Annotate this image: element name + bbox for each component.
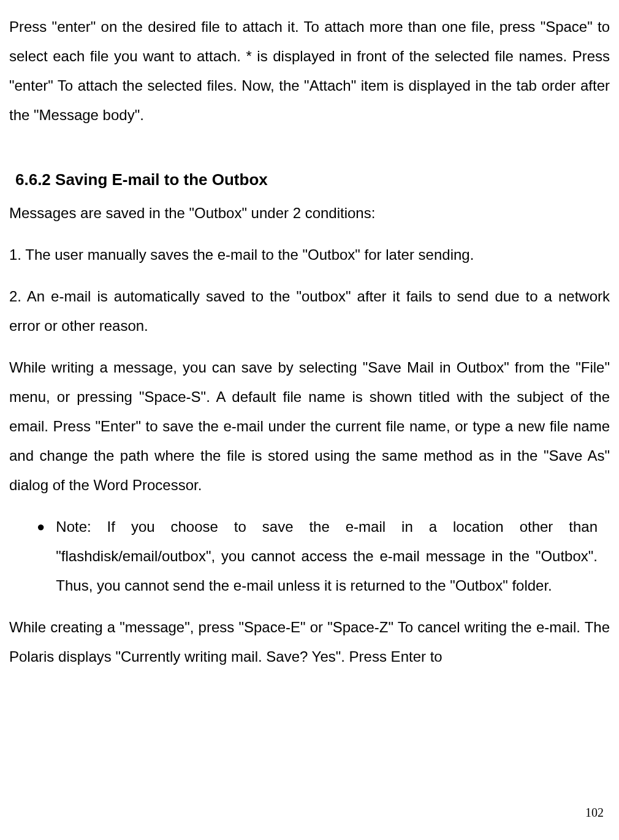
section-heading: 6.6.2 Saving E-mail to the Outbox	[9, 164, 610, 195]
section-body-2: While creating a "message", press "Space…	[9, 613, 610, 672]
document-page: Press "enter" on the desired file to att…	[0, 0, 619, 840]
condition-item-2: 2. An e-mail is automatically saved to t…	[9, 282, 610, 341]
bullet-icon: ●	[37, 512, 45, 540]
condition-item-1: 1. The user manually saves the e-mail to…	[9, 240, 610, 270]
section-lead: Messages are saved in the "Outbox" under…	[9, 199, 610, 228]
note-text: Note: If you choose to save the e-mail i…	[56, 512, 598, 600]
page-number: 102	[585, 800, 604, 825]
intro-paragraph: Press "enter" on the desired file to att…	[9, 12, 610, 130]
note-bullet: ● Note: If you choose to save the e-mail…	[9, 512, 610, 600]
section-body-1: While writing a message, you can save by…	[9, 353, 610, 500]
